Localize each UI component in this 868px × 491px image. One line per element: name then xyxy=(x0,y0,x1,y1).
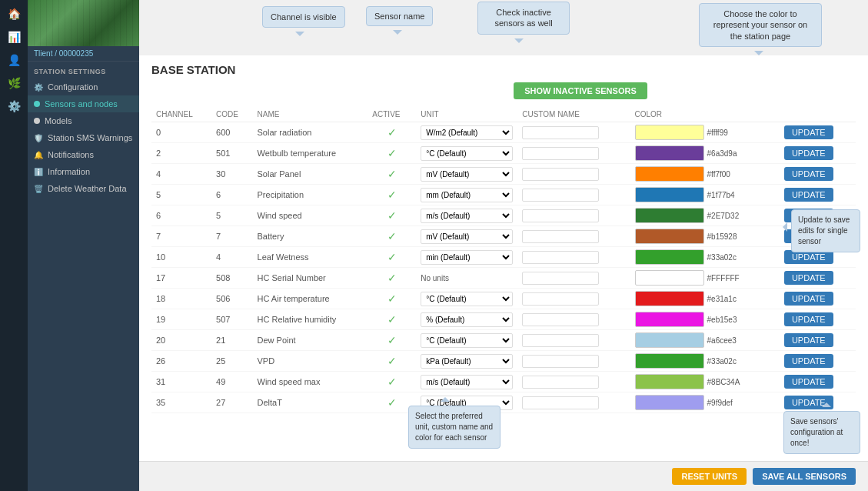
custom-name-input[interactable] xyxy=(522,334,599,347)
unit-select[interactable]: °C (Default) xyxy=(421,292,513,306)
cell-unit[interactable]: mm (Default) xyxy=(416,185,517,205)
color-swatch[interactable] xyxy=(635,395,704,410)
color-swatch[interactable] xyxy=(635,145,704,161)
custom-name-input[interactable] xyxy=(522,376,599,389)
custom-name-input[interactable] xyxy=(522,189,599,202)
chart-icon[interactable]: 📊 xyxy=(8,31,21,43)
sidebar-item-delete[interactable]: 🗑️ Delete Weather Data xyxy=(28,180,139,197)
update-button[interactable]: UPDATE xyxy=(784,375,833,389)
home-icon[interactable]: 🏠 xyxy=(8,8,21,20)
cell-color[interactable]: #2E7D32 xyxy=(630,205,780,226)
cell-custom-name[interactable] xyxy=(517,372,630,392)
cell-color[interactable]: #33a02c xyxy=(630,247,780,268)
unit-select[interactable]: m/s (Default) xyxy=(421,209,513,223)
cell-update[interactable]: UPDATE xyxy=(780,372,856,392)
cell-update[interactable]: UPDATE xyxy=(780,309,856,330)
cell-custom-name[interactable] xyxy=(517,330,630,351)
cell-color[interactable]: #9f9def xyxy=(630,392,780,413)
color-swatch[interactable] xyxy=(635,125,704,140)
cell-custom-name[interactable] xyxy=(517,122,630,143)
cell-unit[interactable]: mV (Default) xyxy=(416,164,517,185)
cell-custom-name[interactable] xyxy=(517,205,630,226)
update-button[interactable]: UPDATE xyxy=(784,167,833,181)
update-button[interactable]: UPDATE xyxy=(784,188,833,202)
cell-color[interactable]: #1f77b4 xyxy=(630,185,780,205)
custom-name-input[interactable] xyxy=(522,126,599,139)
update-button[interactable]: UPDATE xyxy=(784,312,833,326)
cell-update[interactable]: UPDATE xyxy=(780,122,856,143)
cell-color[interactable]: #FFFFFF xyxy=(630,268,780,289)
cell-custom-name[interactable] xyxy=(517,143,630,164)
cell-color[interactable]: #8BC34A xyxy=(630,372,780,392)
update-button[interactable]: UPDATE xyxy=(784,292,833,306)
cell-custom-name[interactable] xyxy=(517,289,630,309)
cell-update[interactable]: UPDATE xyxy=(780,392,856,413)
cell-unit[interactable]: W/m2 (Default) xyxy=(416,122,517,143)
sidebar-item-sms[interactable]: 🛡️ Station SMS Warnings xyxy=(28,129,139,146)
sidebar-item-sensors[interactable]: Sensors and nodes xyxy=(28,95,139,112)
cell-unit[interactable]: m/s (Default) xyxy=(416,205,517,226)
cell-update[interactable]: UPDATE xyxy=(780,289,856,309)
sidebar-item-models[interactable]: Models xyxy=(28,112,139,129)
update-button[interactable]: UPDATE xyxy=(784,271,833,285)
cell-unit[interactable]: m/s (Default) xyxy=(416,372,517,392)
cell-unit[interactable]: % (Default) xyxy=(416,309,517,330)
cell-unit[interactable]: °C (Default) xyxy=(416,289,517,309)
unit-select[interactable]: mV (Default) xyxy=(421,229,513,244)
color-swatch[interactable] xyxy=(635,312,704,327)
update-button[interactable]: UPDATE xyxy=(784,146,833,160)
custom-name-input[interactable] xyxy=(522,396,599,409)
cell-update[interactable]: UPDATE xyxy=(780,330,856,351)
cell-color[interactable]: #ffff99 xyxy=(630,122,780,143)
color-swatch[interactable] xyxy=(635,270,704,286)
cell-color[interactable]: #33a02c xyxy=(630,351,780,372)
cell-unit[interactable]: min (Default) xyxy=(416,247,517,268)
cell-color[interactable]: #ff7f00 xyxy=(630,164,780,185)
cell-unit[interactable]: °C (Default) xyxy=(416,330,517,351)
cell-color[interactable]: #a6cee3 xyxy=(630,330,780,351)
color-swatch[interactable] xyxy=(635,166,704,182)
leaf-icon[interactable]: 🌿 xyxy=(8,77,21,89)
color-swatch[interactable] xyxy=(635,187,704,202)
custom-name-input[interactable] xyxy=(522,292,599,306)
custom-name-input[interactable] xyxy=(522,251,599,264)
cell-update[interactable]: UPDATE xyxy=(780,143,856,164)
custom-name-input[interactable] xyxy=(522,313,599,326)
unit-select[interactable]: min (Default) xyxy=(421,250,513,265)
cell-update[interactable]: UPDATE xyxy=(780,185,856,205)
cell-custom-name[interactable] xyxy=(517,164,630,185)
cell-update[interactable]: UPDATE xyxy=(780,351,856,372)
unit-select[interactable]: mm (Default) xyxy=(421,188,513,202)
color-swatch[interactable] xyxy=(635,291,704,306)
cell-color[interactable]: #e31a1c xyxy=(630,289,780,309)
cell-update[interactable]: UPDATE xyxy=(780,268,856,289)
cell-custom-name[interactable] xyxy=(517,351,630,372)
custom-name-input[interactable] xyxy=(522,230,599,243)
color-swatch[interactable] xyxy=(635,374,704,389)
custom-name-input[interactable] xyxy=(522,209,599,222)
unit-select[interactable]: °C (Default) xyxy=(421,333,513,348)
cell-custom-name[interactable] xyxy=(517,247,630,268)
unit-select[interactable]: °C (Default) xyxy=(421,146,513,161)
update-button[interactable]: UPDATE xyxy=(784,125,833,139)
color-swatch[interactable] xyxy=(635,208,704,223)
settings-icon[interactable]: ⚙️ xyxy=(8,100,21,112)
unit-select[interactable]: kPa (Default) xyxy=(421,354,513,369)
cell-color[interactable]: #eb15e3 xyxy=(630,309,780,330)
unit-select[interactable]: mV (Default) xyxy=(421,167,513,182)
color-swatch[interactable] xyxy=(635,229,704,244)
unit-select[interactable]: W/m2 (Default) xyxy=(421,125,513,140)
custom-name-input[interactable] xyxy=(522,355,599,368)
cell-unit[interactable]: No units xyxy=(416,268,517,289)
custom-name-input[interactable] xyxy=(522,147,599,160)
show-inactive-button[interactable]: SHOW INACTIVE SENSORS xyxy=(514,82,647,99)
sidebar-item-notifications[interactable]: 🔔 Notifications xyxy=(28,146,139,163)
cell-custom-name[interactable] xyxy=(517,185,630,205)
custom-name-input[interactable] xyxy=(522,272,599,285)
cell-custom-name[interactable] xyxy=(517,268,630,289)
cell-unit[interactable]: mV (Default) xyxy=(416,226,517,247)
reset-units-button[interactable]: RESET UNITS xyxy=(672,468,747,485)
cell-color[interactable]: #6a3d9a xyxy=(630,143,780,164)
update-button[interactable]: UPDATE xyxy=(784,333,833,347)
sidebar-item-configuration[interactable]: ⚙️ Configuration xyxy=(28,78,139,95)
